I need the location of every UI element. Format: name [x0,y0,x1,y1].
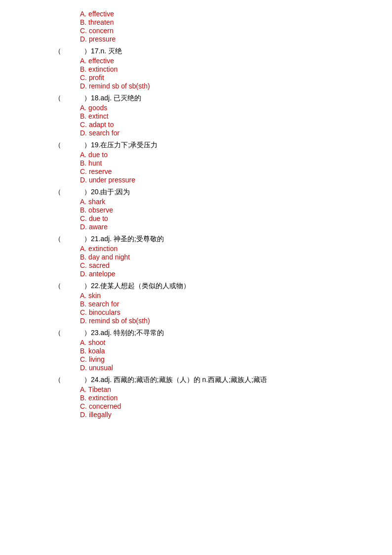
paren-close: ）24.adj. 西藏的;藏语的;藏族（人）的 n.西藏人;藏族人;藏语 [84,376,267,384]
option-a: A. effective [80,10,114,18]
option-line: D. search for [0,129,392,137]
option-c: C. due to [80,214,108,222]
option-line: B. koala [0,347,392,355]
question-18: （ ）18.adj. 已灭绝的 A. goods B. extinct C. a… [0,94,392,137]
option-d: D. antelope [80,270,116,278]
option-line: A. skin [0,292,392,299]
question-number-line: （ ）18.adj. 已灭绝的 [0,94,392,103]
option-line: D. remind sb of sb(sth) [0,82,392,90]
option-line: B. extinction [0,65,392,73]
paren-close: ）18.adj. 已灭绝的 [84,94,141,103]
option-c: C. binoculars [80,308,120,316]
option-line: B. search for [0,300,392,308]
option-a: A. shark [80,198,105,206]
question-19: （ ）19.在压力下;承受压力 A. due to B. hunt C. res… [0,141,392,184]
option-line: B. observe [0,206,392,214]
option-b: B. search for [80,300,119,308]
option-b: B. extinct [80,112,109,120]
question-number-line: （ ）20.由于;因为 [0,188,392,197]
option-c: C. concern [80,27,114,35]
option-line: D. aware [0,223,392,231]
option-c: C. adapt to [80,121,114,128]
option-d: D. unusual [80,364,113,372]
paren-open: （ [54,235,60,244]
option-line: C. due to [0,214,392,222]
option-d: D. remind sb of sb(sth) [80,82,150,90]
pre-options-block: A. effective B. threaten C. concern D. p… [0,10,392,43]
option-line: B. day and night [0,253,392,261]
option-line: D. pressure [0,35,392,43]
paren-open: （ [54,329,60,338]
option-line: C. binoculars [0,308,392,316]
option-d: D. illegally [80,411,112,419]
option-line: C. profit [0,74,392,82]
paren-open: （ [54,141,60,150]
option-line: C. living [0,355,392,363]
option-line: A. shark [0,198,392,206]
option-a: A. shoot [80,339,105,346]
question-20: （ ）20.由于;因为 A. shark B. observe C. due t… [0,188,392,231]
question-23: （ ）23.adj. 特别的;不寻常的 A. shoot B. koala C.… [0,329,392,372]
option-c: C. concerned [80,402,121,410]
paren-close: ）17.n. 灭绝 [84,47,122,56]
question-number-line: （ ）22.使某人想起（类似的人或物） [0,282,392,291]
question-17: （ ）17.n. 灭绝 A. effective B. extinction C… [0,47,392,90]
option-line: D. unusual [0,364,392,372]
option-b: B. observe [80,206,113,214]
question-number-line: （ ）24.adj. 西藏的;藏语的;藏族（人）的 n.西藏人;藏族人;藏语 [0,376,392,384]
option-d: D. pressure [80,35,116,43]
option-a: A. skin [80,292,101,299]
option-line: A. effective [0,10,392,18]
question-number-line: （ ）17.n. 灭绝 [0,47,392,56]
option-d: D. aware [80,223,108,231]
option-c: C. profit [80,74,104,82]
paren-open: （ [54,282,60,291]
option-line: D. remind sb of sb(sth) [0,317,392,325]
option-d: D. under pressure [80,176,135,184]
paren-open: （ [54,188,60,197]
option-line: D. under pressure [0,176,392,184]
option-a: A. Tibetan [80,385,111,393]
question-24: （ ）24.adj. 西藏的;藏语的;藏族（人）的 n.西藏人;藏族人;藏语 A… [0,376,392,419]
paren-close: ）20.由于;因为 [84,188,130,197]
option-line: C. concerned [0,402,392,410]
option-b: B. hunt [80,159,102,167]
option-line: A. extinction [0,245,392,253]
option-d: D. search for [80,129,119,137]
option-line: D. illegally [0,411,392,419]
option-line: C. concern [0,27,392,35]
option-line: D. antelope [0,270,392,278]
question-22: （ ）22.使某人想起（类似的人或物） A. skin B. search fo… [0,282,392,325]
paren-open: （ [54,376,60,384]
paren-open: （ [54,47,60,56]
option-line: B. extinction [0,394,392,402]
option-b: B. day and night [80,253,130,261]
option-line: A. due to [0,151,392,159]
option-a: A. extinction [80,245,118,253]
option-a: A. due to [80,151,108,159]
question-number-line: （ ）21.adj. 神圣的;受尊敬的 [0,235,392,244]
option-line: B. extinct [0,112,392,120]
option-b: B. koala [80,347,105,355]
question-number-line: （ ）19.在压力下;承受压力 [0,141,392,150]
option-c: C. living [80,355,105,363]
option-b: B. extinction [80,65,118,73]
option-line: A. goods [0,104,392,112]
option-c: C. reserve [80,168,112,175]
option-a: A. goods [80,104,107,112]
option-b: B. threaten [80,18,114,26]
paren-close: ）19.在压力下;承受压力 [84,141,157,150]
question-21: （ ）21.adj. 神圣的;受尊敬的 A. extinction B. day… [0,235,392,278]
option-line: B. hunt [0,159,392,167]
paren-close: ）22.使某人想起（类似的人或物） [84,282,190,291]
option-line: C. reserve [0,168,392,175]
paren-open: （ [54,94,60,103]
option-line: A. Tibetan [0,385,392,393]
option-line: C. adapt to [0,121,392,128]
option-b: B. extinction [80,394,118,402]
paren-close: ）21.adj. 神圣的;受尊敬的 [84,235,164,244]
question-number-line: （ ）23.adj. 特别的;不寻常的 [0,329,392,338]
option-line: A. effective [0,57,392,65]
paren-close: ）23.adj. 特别的;不寻常的 [84,329,164,338]
option-line: A. shoot [0,339,392,346]
